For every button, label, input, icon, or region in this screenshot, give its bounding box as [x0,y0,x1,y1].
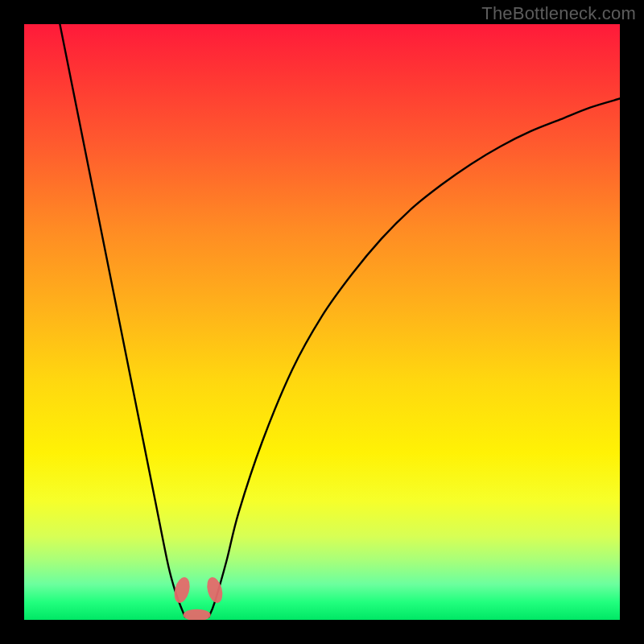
chart-frame: TheBottleneck.com [0,0,644,644]
blob-bottom [184,609,211,620]
watermark-text: TheBottleneck.com [481,3,636,24]
blob-left [171,576,192,605]
curve-right-branch [208,99,620,617]
curve-layer [24,24,620,620]
marker-group [171,576,225,620]
curve-left-branch [60,24,184,617]
plot-area [24,24,620,620]
